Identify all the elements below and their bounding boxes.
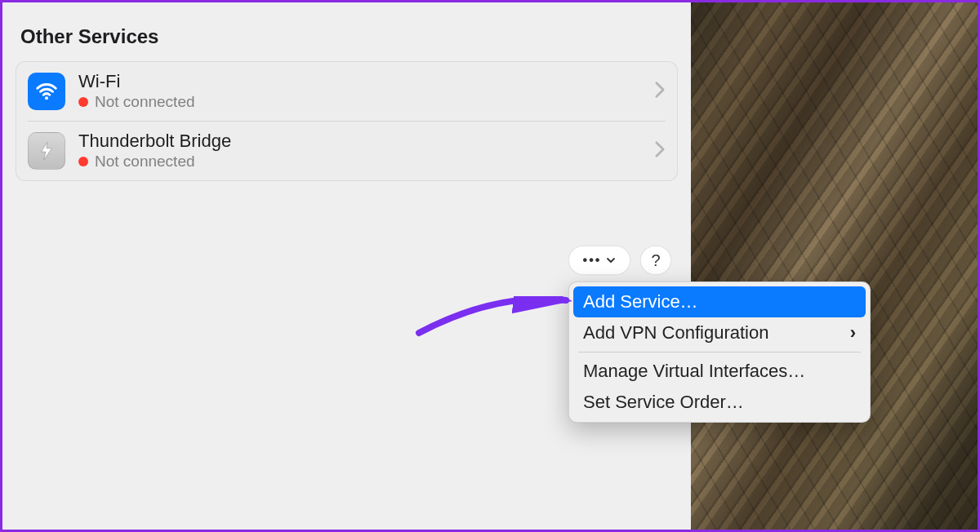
thunderbolt-icon — [28, 132, 65, 170]
chevron-right-icon — [654, 81, 666, 102]
service-name: Wi-Fi — [78, 72, 641, 91]
action-button-row: ••• ? — [568, 246, 671, 275]
menu-item-label: Manage Virtual Interfaces… — [583, 361, 805, 382]
menu-item-add-vpn[interactable]: Add VPN Configuration › — [573, 317, 866, 348]
section-title: Other Services — [20, 25, 678, 48]
menu-item-label: Add VPN Configuration — [583, 322, 768, 344]
menu-separator — [578, 352, 861, 352]
actions-menu: Add Service… Add VPN Configuration › Man… — [568, 282, 871, 423]
chevron-right-icon: › — [850, 322, 856, 344]
help-icon: ? — [651, 251, 660, 270]
service-status-row: Not connected — [78, 93, 641, 111]
more-actions-button[interactable]: ••• — [568, 246, 630, 275]
row-texts: Wi-Fi Not connected — [78, 72, 641, 111]
annotation-arrow-icon — [415, 296, 578, 345]
settings-pane: Other Services Wi-Fi Not connecte — [2, 2, 691, 530]
chevron-down-icon — [606, 255, 616, 265]
ellipsis-icon: ••• — [583, 253, 602, 268]
service-status: Not connected — [95, 153, 195, 171]
window-frame: Other Services Wi-Fi Not connecte — [0, 0, 980, 532]
status-dot-icon — [78, 157, 88, 166]
menu-item-set-order[interactable]: Set Service Order… — [573, 387, 866, 418]
chevron-right-icon — [654, 140, 666, 162]
service-status: Not connected — [95, 93, 195, 111]
row-texts: Thunderbolt Bridge Not connected — [78, 131, 641, 171]
service-row-thunderbolt[interactable]: Thunderbolt Bridge Not connected — [28, 121, 666, 180]
menu-item-add-service[interactable]: Add Service… — [573, 286, 866, 317]
service-name: Thunderbolt Bridge — [78, 131, 641, 151]
menu-item-label: Add Service… — [583, 291, 698, 313]
wifi-icon — [28, 73, 65, 110]
help-button[interactable]: ? — [640, 246, 671, 275]
status-dot-icon — [78, 97, 88, 107]
service-status-row: Not connected — [78, 153, 641, 171]
service-row-wifi[interactable]: Wi-Fi Not connected — [16, 62, 677, 121]
menu-item-label: Set Service Order… — [583, 392, 744, 413]
menu-item-manage-virtual[interactable]: Manage Virtual Interfaces… — [573, 356, 866, 387]
services-card: Wi-Fi Not connected Thunderbolt Bridge — [16, 61, 678, 181]
svg-point-0 — [45, 96, 48, 100]
desktop-wallpaper — [691, 2, 978, 530]
